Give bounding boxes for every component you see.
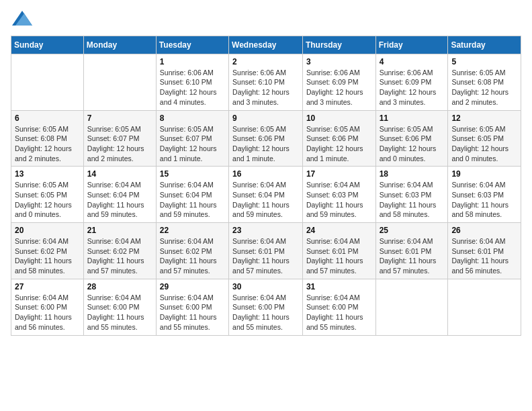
day-number: 21 xyxy=(87,226,152,235)
day-number: 16 xyxy=(232,169,299,179)
day-detail: Sunrise: 6:05 AMSunset: 6:08 PMDaylight:… xyxy=(15,124,80,164)
day-detail: Sunrise: 6:04 AMSunset: 6:02 PMDaylight:… xyxy=(87,236,152,276)
day-detail: Sunrise: 6:04 AMSunset: 6:04 PMDaylight:… xyxy=(87,180,152,220)
day-detail: Sunrise: 6:05 AMSunset: 6:05 PMDaylight:… xyxy=(451,124,517,164)
calendar-cell: 25Sunrise: 6:04 AMSunset: 6:01 PMDayligh… xyxy=(375,223,448,279)
calendar-cell: 14Sunrise: 6:04 AMSunset: 6:04 PMDayligh… xyxy=(83,167,156,223)
calendar-cell: 1Sunrise: 6:06 AMSunset: 6:10 PMDaylight… xyxy=(156,54,228,110)
day-number: 26 xyxy=(451,226,517,235)
weekday-header-row: SundayMondayTuesdayWednesdayThursdayFrid… xyxy=(11,36,521,54)
day-detail: Sunrise: 6:05 AMSunset: 6:08 PMDaylight:… xyxy=(451,68,517,107)
day-number: 30 xyxy=(232,282,299,291)
day-number: 8 xyxy=(160,113,225,123)
day-detail: Sunrise: 6:05 AMSunset: 6:05 PMDaylight:… xyxy=(15,180,80,220)
day-number: 28 xyxy=(87,282,152,291)
day-number: 4 xyxy=(380,57,445,66)
weekday-header-cell: Wednesday xyxy=(229,36,303,54)
calendar-cell: 17Sunrise: 6:04 AMSunset: 6:03 PMDayligh… xyxy=(302,167,375,223)
day-number: 1 xyxy=(160,57,225,66)
weekday-header-cell: Thursday xyxy=(302,36,375,54)
day-detail: Sunrise: 6:04 AMSunset: 6:00 PMDaylight:… xyxy=(232,293,299,332)
calendar-cell: 13Sunrise: 6:05 AMSunset: 6:05 PMDayligh… xyxy=(11,167,84,223)
day-number: 22 xyxy=(160,226,225,235)
calendar-cell: 10Sunrise: 6:05 AMSunset: 6:06 PMDayligh… xyxy=(302,110,375,167)
day-number: 18 xyxy=(380,169,445,179)
calendar-cell: 26Sunrise: 6:04 AMSunset: 6:01 PMDayligh… xyxy=(448,223,521,279)
calendar-cell: 18Sunrise: 6:04 AMSunset: 6:03 PMDayligh… xyxy=(375,167,448,223)
day-detail: Sunrise: 6:04 AMSunset: 6:03 PMDaylight:… xyxy=(380,180,445,220)
day-detail: Sunrise: 6:06 AMSunset: 6:09 PMDaylight:… xyxy=(380,68,445,107)
calendar-cell: 7Sunrise: 6:05 AMSunset: 6:07 PMDaylight… xyxy=(83,110,156,167)
page-header xyxy=(11,11,521,29)
weekday-header-cell: Tuesday xyxy=(156,36,228,54)
calendar-cell: 19Sunrise: 6:04 AMSunset: 6:03 PMDayligh… xyxy=(448,167,521,223)
day-number: 13 xyxy=(15,169,80,179)
calendar-table: SundayMondayTuesdayWednesdayThursdayFrid… xyxy=(11,36,521,336)
logo xyxy=(11,11,32,29)
calendar-cell xyxy=(375,279,448,335)
weekday-header-cell: Sunday xyxy=(11,36,84,54)
day-detail: Sunrise: 6:04 AMSunset: 6:04 PMDaylight:… xyxy=(160,180,225,220)
weekday-header-cell: Friday xyxy=(375,36,448,54)
calendar-cell: 16Sunrise: 6:04 AMSunset: 6:04 PMDayligh… xyxy=(229,167,303,223)
calendar-week-row: 13Sunrise: 6:05 AMSunset: 6:05 PMDayligh… xyxy=(11,167,521,223)
calendar-body: 1Sunrise: 6:06 AMSunset: 6:10 PMDaylight… xyxy=(11,54,521,335)
logo-icon xyxy=(12,11,32,26)
calendar-week-row: 27Sunrise: 6:04 AMSunset: 6:00 PMDayligh… xyxy=(11,279,521,335)
calendar-cell: 8Sunrise: 6:05 AMSunset: 6:07 PMDaylight… xyxy=(156,110,228,167)
day-number: 31 xyxy=(306,282,372,291)
day-number: 9 xyxy=(232,113,299,123)
calendar-cell: 23Sunrise: 6:04 AMSunset: 6:01 PMDayligh… xyxy=(229,223,303,279)
day-detail: Sunrise: 6:04 AMSunset: 6:01 PMDaylight:… xyxy=(232,236,299,276)
calendar-cell: 6Sunrise: 6:05 AMSunset: 6:08 PMDaylight… xyxy=(11,110,84,167)
day-detail: Sunrise: 6:04 AMSunset: 6:00 PMDaylight:… xyxy=(306,293,372,332)
day-number: 5 xyxy=(451,57,517,66)
day-number: 11 xyxy=(380,113,445,123)
calendar-cell: 12Sunrise: 6:05 AMSunset: 6:05 PMDayligh… xyxy=(448,110,521,167)
day-detail: Sunrise: 6:04 AMSunset: 6:04 PMDaylight:… xyxy=(232,180,299,220)
weekday-header-cell: Saturday xyxy=(448,36,521,54)
day-number: 29 xyxy=(160,282,225,291)
day-number: 3 xyxy=(306,57,372,66)
calendar-cell: 22Sunrise: 6:04 AMSunset: 6:02 PMDayligh… xyxy=(156,223,228,279)
calendar-cell: 28Sunrise: 6:04 AMSunset: 6:00 PMDayligh… xyxy=(83,279,156,335)
calendar-cell: 27Sunrise: 6:04 AMSunset: 6:00 PMDayligh… xyxy=(11,279,84,335)
calendar-cell: 3Sunrise: 6:06 AMSunset: 6:09 PMDaylight… xyxy=(302,54,375,110)
calendar-cell: 24Sunrise: 6:04 AMSunset: 6:01 PMDayligh… xyxy=(302,223,375,279)
calendar-cell: 11Sunrise: 6:05 AMSunset: 6:06 PMDayligh… xyxy=(375,110,448,167)
day-detail: Sunrise: 6:04 AMSunset: 6:02 PMDaylight:… xyxy=(15,236,80,276)
calendar-cell: 5Sunrise: 6:05 AMSunset: 6:08 PMDaylight… xyxy=(448,54,521,110)
day-detail: Sunrise: 6:04 AMSunset: 6:02 PMDaylight:… xyxy=(160,236,225,276)
weekday-header-cell: Monday xyxy=(83,36,156,54)
day-detail: Sunrise: 6:04 AMSunset: 6:03 PMDaylight:… xyxy=(306,180,372,220)
day-number: 10 xyxy=(306,113,372,123)
day-detail: Sunrise: 6:04 AMSunset: 6:01 PMDaylight:… xyxy=(451,236,517,276)
calendar-week-row: 6Sunrise: 6:05 AMSunset: 6:08 PMDaylight… xyxy=(11,110,521,167)
day-detail: Sunrise: 6:06 AMSunset: 6:09 PMDaylight:… xyxy=(306,68,372,107)
day-detail: Sunrise: 6:04 AMSunset: 6:01 PMDaylight:… xyxy=(306,236,372,276)
day-detail: Sunrise: 6:05 AMSunset: 6:06 PMDaylight:… xyxy=(306,124,372,164)
day-number: 17 xyxy=(306,169,372,179)
day-number: 7 xyxy=(87,113,152,123)
calendar-week-row: 1Sunrise: 6:06 AMSunset: 6:10 PMDaylight… xyxy=(11,54,521,110)
day-detail: Sunrise: 6:05 AMSunset: 6:07 PMDaylight:… xyxy=(87,124,152,164)
day-number: 24 xyxy=(306,226,372,235)
day-detail: Sunrise: 6:05 AMSunset: 6:06 PMDaylight:… xyxy=(380,124,445,164)
calendar-cell: 15Sunrise: 6:04 AMSunset: 6:04 PMDayligh… xyxy=(156,167,228,223)
day-number: 27 xyxy=(15,282,80,291)
calendar-cell: 20Sunrise: 6:04 AMSunset: 6:02 PMDayligh… xyxy=(11,223,84,279)
calendar-cell: 21Sunrise: 6:04 AMSunset: 6:02 PMDayligh… xyxy=(83,223,156,279)
calendar-cell: 4Sunrise: 6:06 AMSunset: 6:09 PMDaylight… xyxy=(375,54,448,110)
day-number: 25 xyxy=(380,226,445,235)
calendar-cell xyxy=(83,54,156,110)
day-number: 15 xyxy=(160,169,225,179)
day-number: 12 xyxy=(451,113,517,123)
day-detail: Sunrise: 6:04 AMSunset: 6:00 PMDaylight:… xyxy=(87,293,152,332)
day-detail: Sunrise: 6:06 AMSunset: 6:10 PMDaylight:… xyxy=(232,68,299,107)
calendar-cell: 31Sunrise: 6:04 AMSunset: 6:00 PMDayligh… xyxy=(302,279,375,335)
day-number: 20 xyxy=(15,226,80,235)
day-number: 23 xyxy=(232,226,299,235)
day-detail: Sunrise: 6:05 AMSunset: 6:06 PMDaylight:… xyxy=(232,124,299,164)
calendar-cell: 9Sunrise: 6:05 AMSunset: 6:06 PMDaylight… xyxy=(229,110,303,167)
day-detail: Sunrise: 6:04 AMSunset: 6:00 PMDaylight:… xyxy=(160,293,225,332)
